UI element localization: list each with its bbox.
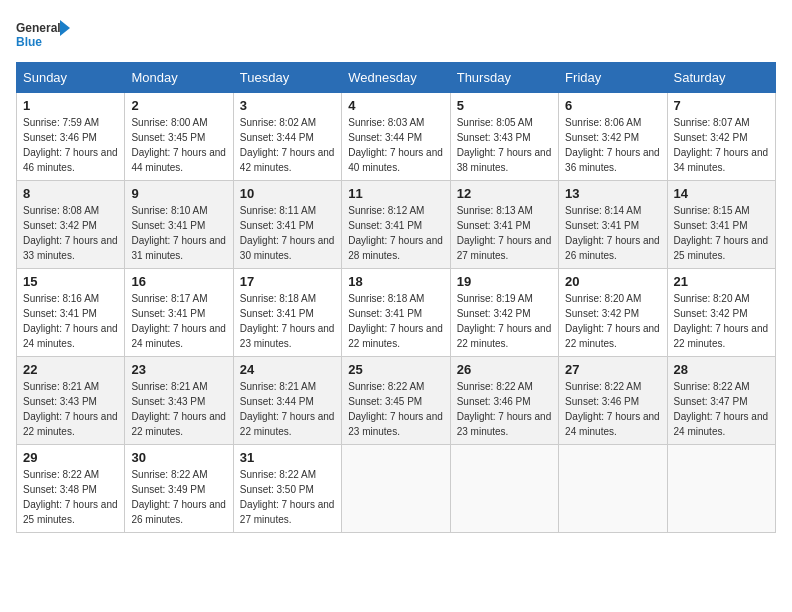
day-cell: 21Sunrise: 8:20 AMSunset: 3:42 PMDayligh… — [667, 269, 775, 357]
day-cell: 2Sunrise: 8:00 AMSunset: 3:45 PMDaylight… — [125, 93, 233, 181]
day-number: 6 — [565, 98, 660, 113]
day-cell: 18Sunrise: 8:18 AMSunset: 3:41 PMDayligh… — [342, 269, 450, 357]
day-number: 27 — [565, 362, 660, 377]
day-info: Sunrise: 8:15 AMSunset: 3:41 PMDaylight:… — [674, 203, 769, 263]
day-info: Sunrise: 8:21 AMSunset: 3:44 PMDaylight:… — [240, 379, 335, 439]
header-monday: Monday — [125, 63, 233, 93]
svg-text:Blue: Blue — [16, 35, 42, 49]
day-info: Sunrise: 8:11 AMSunset: 3:41 PMDaylight:… — [240, 203, 335, 263]
day-number: 18 — [348, 274, 443, 289]
day-info: Sunrise: 8:22 AMSunset: 3:49 PMDaylight:… — [131, 467, 226, 527]
header-thursday: Thursday — [450, 63, 558, 93]
day-number: 19 — [457, 274, 552, 289]
day-info: Sunrise: 8:16 AMSunset: 3:41 PMDaylight:… — [23, 291, 118, 351]
day-info: Sunrise: 8:18 AMSunset: 3:41 PMDaylight:… — [240, 291, 335, 351]
day-cell: 5Sunrise: 8:05 AMSunset: 3:43 PMDaylight… — [450, 93, 558, 181]
day-number: 22 — [23, 362, 118, 377]
day-number: 26 — [457, 362, 552, 377]
day-info: Sunrise: 8:05 AMSunset: 3:43 PMDaylight:… — [457, 115, 552, 175]
day-number: 29 — [23, 450, 118, 465]
header-sunday: Sunday — [17, 63, 125, 93]
day-number: 13 — [565, 186, 660, 201]
day-info: Sunrise: 8:13 AMSunset: 3:41 PMDaylight:… — [457, 203, 552, 263]
day-info: Sunrise: 8:07 AMSunset: 3:42 PMDaylight:… — [674, 115, 769, 175]
day-cell — [559, 445, 667, 533]
day-cell: 11Sunrise: 8:12 AMSunset: 3:41 PMDayligh… — [342, 181, 450, 269]
day-cell: 24Sunrise: 8:21 AMSunset: 3:44 PMDayligh… — [233, 357, 341, 445]
day-info: Sunrise: 8:18 AMSunset: 3:41 PMDaylight:… — [348, 291, 443, 351]
svg-marker-2 — [60, 20, 70, 36]
day-info: Sunrise: 8:22 AMSunset: 3:46 PMDaylight:… — [457, 379, 552, 439]
week-row-1: 1Sunrise: 7:59 AMSunset: 3:46 PMDaylight… — [17, 93, 776, 181]
day-number: 20 — [565, 274, 660, 289]
day-info: Sunrise: 8:14 AMSunset: 3:41 PMDaylight:… — [565, 203, 660, 263]
day-cell: 6Sunrise: 8:06 AMSunset: 3:42 PMDaylight… — [559, 93, 667, 181]
day-info: Sunrise: 8:22 AMSunset: 3:48 PMDaylight:… — [23, 467, 118, 527]
day-info: Sunrise: 8:02 AMSunset: 3:44 PMDaylight:… — [240, 115, 335, 175]
day-cell: 29Sunrise: 8:22 AMSunset: 3:48 PMDayligh… — [17, 445, 125, 533]
day-number: 28 — [674, 362, 769, 377]
day-cell: 4Sunrise: 8:03 AMSunset: 3:44 PMDaylight… — [342, 93, 450, 181]
day-number: 10 — [240, 186, 335, 201]
day-cell — [342, 445, 450, 533]
day-info: Sunrise: 8:22 AMSunset: 3:45 PMDaylight:… — [348, 379, 443, 439]
day-info: Sunrise: 8:17 AMSunset: 3:41 PMDaylight:… — [131, 291, 226, 351]
day-cell: 8Sunrise: 8:08 AMSunset: 3:42 PMDaylight… — [17, 181, 125, 269]
day-info: Sunrise: 8:19 AMSunset: 3:42 PMDaylight:… — [457, 291, 552, 351]
header-tuesday: Tuesday — [233, 63, 341, 93]
day-cell — [667, 445, 775, 533]
day-cell: 1Sunrise: 7:59 AMSunset: 3:46 PMDaylight… — [17, 93, 125, 181]
day-cell: 7Sunrise: 8:07 AMSunset: 3:42 PMDaylight… — [667, 93, 775, 181]
day-cell: 9Sunrise: 8:10 AMSunset: 3:41 PMDaylight… — [125, 181, 233, 269]
day-cell: 25Sunrise: 8:22 AMSunset: 3:45 PMDayligh… — [342, 357, 450, 445]
day-number: 1 — [23, 98, 118, 113]
day-cell: 20Sunrise: 8:20 AMSunset: 3:42 PMDayligh… — [559, 269, 667, 357]
day-number: 7 — [674, 98, 769, 113]
day-cell: 12Sunrise: 8:13 AMSunset: 3:41 PMDayligh… — [450, 181, 558, 269]
day-cell: 19Sunrise: 8:19 AMSunset: 3:42 PMDayligh… — [450, 269, 558, 357]
day-cell: 15Sunrise: 8:16 AMSunset: 3:41 PMDayligh… — [17, 269, 125, 357]
day-number: 8 — [23, 186, 118, 201]
day-number: 3 — [240, 98, 335, 113]
day-number: 23 — [131, 362, 226, 377]
day-cell: 30Sunrise: 8:22 AMSunset: 3:49 PMDayligh… — [125, 445, 233, 533]
day-number: 11 — [348, 186, 443, 201]
week-row-3: 15Sunrise: 8:16 AMSunset: 3:41 PMDayligh… — [17, 269, 776, 357]
day-number: 14 — [674, 186, 769, 201]
day-info: Sunrise: 8:22 AMSunset: 3:47 PMDaylight:… — [674, 379, 769, 439]
day-number: 9 — [131, 186, 226, 201]
day-info: Sunrise: 8:00 AMSunset: 3:45 PMDaylight:… — [131, 115, 226, 175]
day-info: Sunrise: 8:06 AMSunset: 3:42 PMDaylight:… — [565, 115, 660, 175]
day-cell: 23Sunrise: 8:21 AMSunset: 3:43 PMDayligh… — [125, 357, 233, 445]
day-number: 15 — [23, 274, 118, 289]
day-cell: 22Sunrise: 8:21 AMSunset: 3:43 PMDayligh… — [17, 357, 125, 445]
day-cell: 16Sunrise: 8:17 AMSunset: 3:41 PMDayligh… — [125, 269, 233, 357]
day-number: 12 — [457, 186, 552, 201]
header-wednesday: Wednesday — [342, 63, 450, 93]
day-cell: 27Sunrise: 8:22 AMSunset: 3:46 PMDayligh… — [559, 357, 667, 445]
day-cell: 28Sunrise: 8:22 AMSunset: 3:47 PMDayligh… — [667, 357, 775, 445]
day-cell: 17Sunrise: 8:18 AMSunset: 3:41 PMDayligh… — [233, 269, 341, 357]
day-number: 16 — [131, 274, 226, 289]
calendar-table: SundayMondayTuesdayWednesdayThursdayFrid… — [16, 62, 776, 533]
day-number: 4 — [348, 98, 443, 113]
page-header: General Blue — [16, 16, 776, 56]
day-number: 30 — [131, 450, 226, 465]
header-row: SundayMondayTuesdayWednesdayThursdayFrid… — [17, 63, 776, 93]
day-cell: 13Sunrise: 8:14 AMSunset: 3:41 PMDayligh… — [559, 181, 667, 269]
day-cell: 26Sunrise: 8:22 AMSunset: 3:46 PMDayligh… — [450, 357, 558, 445]
day-info: Sunrise: 8:20 AMSunset: 3:42 PMDaylight:… — [565, 291, 660, 351]
day-info: Sunrise: 8:12 AMSunset: 3:41 PMDaylight:… — [348, 203, 443, 263]
day-info: Sunrise: 8:22 AMSunset: 3:46 PMDaylight:… — [565, 379, 660, 439]
day-cell: 14Sunrise: 8:15 AMSunset: 3:41 PMDayligh… — [667, 181, 775, 269]
day-number: 21 — [674, 274, 769, 289]
day-info: Sunrise: 8:20 AMSunset: 3:42 PMDaylight:… — [674, 291, 769, 351]
day-info: Sunrise: 7:59 AMSunset: 3:46 PMDaylight:… — [23, 115, 118, 175]
day-info: Sunrise: 8:22 AMSunset: 3:50 PMDaylight:… — [240, 467, 335, 527]
day-number: 17 — [240, 274, 335, 289]
day-number: 31 — [240, 450, 335, 465]
day-info: Sunrise: 8:21 AMSunset: 3:43 PMDaylight:… — [131, 379, 226, 439]
day-info: Sunrise: 8:08 AMSunset: 3:42 PMDaylight:… — [23, 203, 118, 263]
day-cell: 31Sunrise: 8:22 AMSunset: 3:50 PMDayligh… — [233, 445, 341, 533]
week-row-2: 8Sunrise: 8:08 AMSunset: 3:42 PMDaylight… — [17, 181, 776, 269]
